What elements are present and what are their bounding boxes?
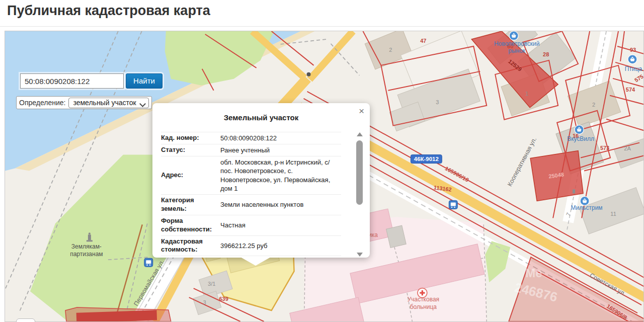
parcel-number: 47 xyxy=(420,38,426,44)
building-number: 1 xyxy=(525,91,528,97)
shop-icon[interactable] xyxy=(628,55,637,64)
row-label: Статус: xyxy=(161,146,217,154)
filter-box: Определение: земельный участок xyxy=(16,96,152,109)
popup-row: Категория земель: Земли населенных пункт… xyxy=(161,194,341,215)
filter-label: Определение: xyxy=(19,99,65,107)
scroll-up-icon[interactable] xyxy=(357,132,363,136)
search-input[interactable] xyxy=(20,73,124,89)
building-number: 3/1 xyxy=(208,281,215,287)
poi-label: партизанам xyxy=(70,251,103,258)
poi-label: Птица xyxy=(625,65,642,72)
close-icon[interactable]: × xyxy=(359,106,364,116)
row-label: Категория земель: xyxy=(161,196,217,213)
page-title: Публичная кадастровая карта xyxy=(7,3,210,19)
row-label: Кадастровая стоимость: xyxy=(161,237,217,255)
popup-scrollbar[interactable] xyxy=(356,132,363,257)
filter-select[interactable]: земельный участок xyxy=(68,98,148,108)
poi-label: рынок xyxy=(508,47,526,54)
popup-row: Адрес: обл. Московская, р-н Истринский, … xyxy=(161,156,341,194)
popup-tail xyxy=(240,257,271,266)
row-value: Земли населенных пунктов xyxy=(217,200,341,209)
measure-button[interactable] xyxy=(16,318,35,322)
filter-value: земельный участок xyxy=(73,99,136,107)
popup-row: Кад. номер: 50:08:0090208:122 xyxy=(161,132,341,144)
parcel-number: 639 xyxy=(219,296,228,302)
parcel-number: 28 xyxy=(543,51,549,57)
row-label: Кад. номер: xyxy=(161,134,217,142)
road-badge-label: 46К-9012 xyxy=(414,156,439,162)
title-divider xyxy=(0,26,644,27)
row-value: Частная xyxy=(217,221,341,229)
poi-label: Мильстрим xyxy=(571,204,603,211)
road-badge: 46К-9012 xyxy=(411,155,442,164)
scroll-down-icon[interactable] xyxy=(357,253,363,257)
row-value: Ранее учтенный xyxy=(217,146,341,154)
poi-label: Новопетровский xyxy=(494,40,540,47)
poi-label: больница xyxy=(410,303,437,310)
row-value: 50:08:0090208:122 xyxy=(217,134,341,142)
watermark-text: Ме xyxy=(525,266,542,280)
row-value: 3966212.25 руб xyxy=(217,242,341,250)
popup-row: Статус: Ранее учтенный xyxy=(161,144,341,156)
search-button[interactable]: Найти xyxy=(126,73,163,89)
row-label: Адрес: xyxy=(161,171,217,180)
market-icon[interactable] xyxy=(509,31,518,40)
poi-label: Землякам- xyxy=(71,243,102,250)
parcel-info-popup: × Земельный участок Кад. номер: 50:08:00… xyxy=(152,103,370,258)
building-number: 2 xyxy=(389,47,392,53)
building-number: 2 xyxy=(592,102,595,108)
popup-title: Земельный участок xyxy=(152,103,370,122)
building-number: 3 xyxy=(436,99,439,105)
row-label: Форма собственности: xyxy=(161,217,217,234)
popup-body: Кад. номер: 50:08:0090208:122 Статус: Ра… xyxy=(161,132,341,258)
bus-stop-icon[interactable] xyxy=(449,200,457,209)
building-number: 2А xyxy=(624,145,631,151)
gas-icon xyxy=(573,189,575,193)
scroll-thumb[interactable] xyxy=(356,140,363,205)
building-number: 11 xyxy=(610,211,616,217)
chevron-down-icon xyxy=(139,101,146,107)
parcel-number: 573 xyxy=(600,145,609,151)
popup-row: Кадастровая стоимость: 3966212.25 руб xyxy=(161,235,341,256)
bus-stop-icon[interactable] xyxy=(144,258,153,267)
popup-row: Форма собственности: Частная xyxy=(161,215,341,235)
poi-label: ВкусВилл xyxy=(567,135,594,142)
poi-label: Участковая xyxy=(408,296,439,303)
parcel-number: 574 xyxy=(626,87,635,93)
junction-dot-icon xyxy=(307,72,311,76)
building-number: 3 xyxy=(203,299,206,305)
cadastral-map[interactable]: 46К-9012 47 60 12529 28 93 575 574 573 1… xyxy=(5,31,644,322)
parcel-number: 93 xyxy=(630,47,636,53)
row-value: обл. Московская, р-н Истринский, с/пос. … xyxy=(217,158,341,193)
